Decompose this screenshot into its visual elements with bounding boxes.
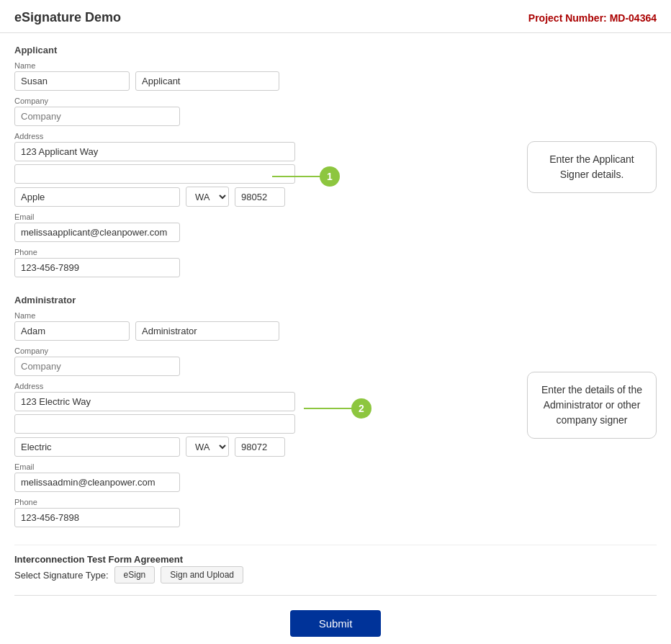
applicant-email[interactable] bbox=[14, 223, 180, 242]
applicant-state[interactable]: ALAKAZARCACOCTDEFLGAHIIDILINIAKSKYLAMEMD… bbox=[186, 187, 229, 207]
applicant-address2[interactable] bbox=[14, 164, 295, 184]
admin-company-label: Company bbox=[14, 346, 657, 355]
badge-1: 1 bbox=[320, 166, 340, 187]
admin-section-label: Administrator bbox=[14, 295, 657, 305]
applicant-company[interactable] bbox=[14, 107, 180, 126]
signature-form-label: Interconnection Test Form Agreement bbox=[14, 554, 657, 565]
admin-email-label: Email bbox=[14, 462, 657, 471]
applicant-email-label: Email bbox=[14, 213, 657, 221]
applicant-city[interactable] bbox=[14, 187, 180, 207]
admin-phone-label: Phone bbox=[14, 498, 657, 506]
project-number: Project Number: MD-04364 bbox=[528, 12, 657, 24]
applicant-address-label: Address bbox=[14, 132, 657, 140]
applicant-address1[interactable] bbox=[14, 142, 295, 161]
admin-company[interactable] bbox=[14, 357, 180, 376]
applicant-last-name[interactable] bbox=[135, 71, 279, 91]
applicant-company-label: Company bbox=[14, 97, 657, 105]
admin-state[interactable]: ALAKAZARCACOCTDEFLGAHIIDILINIAKSKYLAMEMD… bbox=[186, 437, 229, 457]
submit-button[interactable]: Submit bbox=[290, 610, 382, 637]
sign-upload-button[interactable]: Sign and Upload bbox=[161, 566, 243, 583]
admin-address2[interactable] bbox=[14, 414, 295, 434]
admin-first-name[interactable] bbox=[14, 321, 130, 341]
applicant-phone[interactable] bbox=[14, 258, 180, 277]
applicant-zip[interactable] bbox=[235, 187, 285, 207]
app-title: eSignature Demo bbox=[14, 10, 121, 25]
applicant-name-label: Name bbox=[14, 61, 657, 70]
admin-email[interactable] bbox=[14, 473, 180, 492]
header: eSignature Demo Project Number: MD-04364 bbox=[0, 0, 671, 33]
admin-address1[interactable] bbox=[14, 392, 295, 411]
admin-address-label: Address bbox=[14, 382, 657, 390]
applicant-phone-label: Phone bbox=[14, 248, 657, 256]
esign-button[interactable]: eSign bbox=[114, 566, 156, 583]
signature-select-label: Select Signature Type: bbox=[14, 570, 109, 581]
badge-2: 2 bbox=[351, 398, 371, 419]
admin-last-name[interactable] bbox=[135, 321, 279, 341]
admin-phone[interactable] bbox=[14, 508, 180, 527]
admin-zip[interactable] bbox=[235, 437, 285, 457]
admin-name-label: Name bbox=[14, 311, 657, 320]
applicant-section-label: Applicant bbox=[14, 45, 657, 55]
admin-city[interactable] bbox=[14, 437, 180, 457]
applicant-first-name[interactable] bbox=[14, 71, 130, 91]
